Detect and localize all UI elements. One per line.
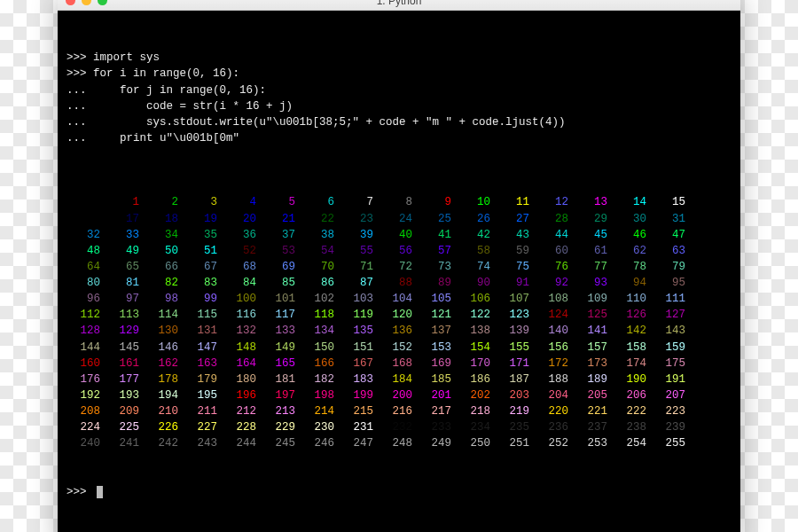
color-cell: 255 [652,435,691,451]
color-cell: 94 [613,275,652,291]
color-cell: 15 [652,194,691,210]
color-cell: 65 [106,259,145,275]
color-cell: 216 [379,403,418,419]
grid-row: 16171819202122232425262728293031 [66,211,732,227]
color-cell: 233 [418,419,457,435]
color-cell: 119 [340,307,379,323]
color-cell: 151 [340,340,379,356]
color-cell: 153 [418,340,457,356]
color-cell: 104 [379,291,418,307]
color-cell: 24 [379,211,418,227]
color-cell: 160 [66,356,106,372]
color-cell: 198 [301,387,340,403]
color-cell: 184 [379,372,418,387]
color-cell: 111 [652,291,691,307]
grid-row: 2082092102112122132142152162172182192202… [66,403,732,419]
color-cell: 23 [340,211,379,227]
color-cell: 221 [574,403,613,419]
color-cell: 86 [301,275,340,291]
color-cell: 43 [496,227,535,243]
color-cell: 50 [145,243,184,259]
color-cell: 125 [574,307,613,323]
color-cell: 89 [418,275,457,291]
color-cell: 155 [496,340,535,356]
color-cell: 152 [379,340,418,356]
color-cell: 97 [106,291,145,307]
color-cell: 121 [418,307,457,323]
color-cell: 41 [418,227,457,243]
color-cell: 16 [66,211,106,227]
color-cell: 169 [418,356,457,372]
color-cell: 170 [457,356,496,372]
code-block: >>> import sys>>> for i in range(0, 16):… [66,50,732,162]
color-cell: 219 [496,403,535,419]
terminal-body[interactable]: >>> import sys>>> for i in range(0, 16):… [58,11,740,532]
color-cell: 58 [457,243,496,259]
color-cell: 106 [457,291,496,307]
color-cell: 51 [184,243,223,259]
color-cell: 240 [66,435,106,451]
color-cell: 91 [496,275,535,291]
window-title: 1. Python [58,0,740,7]
color-cell: 249 [418,435,457,451]
color-cell: 92 [535,275,574,291]
color-cell: 7 [340,194,379,210]
color-cell: 57 [418,243,457,259]
color-cell: 5 [262,194,301,210]
color-cell: 242 [145,435,184,451]
color-cell: 29 [574,211,613,227]
color-cell: 226 [145,419,184,435]
color-cell: 28 [535,211,574,227]
prompt-row: >>> [66,484,732,500]
color-cell: 237 [574,419,613,435]
color-cell: 150 [301,340,340,356]
color-cell: 99 [184,291,223,307]
color-cell: 112 [66,307,106,323]
color-cell: 44 [535,227,574,243]
grid-row: 2242252262272282292302312322332342352362… [66,419,732,435]
color-cell: 137 [418,323,457,339]
color-cell: 128 [66,323,106,339]
color-cell: 207 [652,387,691,403]
color-cell: 217 [418,403,457,419]
color-cell: 74 [457,259,496,275]
color-cell: 34 [145,227,184,243]
color-cell: 180 [223,372,262,387]
color-cell: 64 [66,259,106,275]
color-cell: 116 [223,307,262,323]
color-cell: 98 [145,291,184,307]
color-cell: 69 [262,259,301,275]
color-cell: 188 [535,372,574,387]
color-cell: 200 [379,387,418,403]
color-cell: 47 [652,227,691,243]
color-cell: 38 [301,227,340,243]
color-cell: 108 [535,291,574,307]
color-cell: 90 [457,275,496,291]
color-cell: 148 [223,340,262,356]
color-cell: 163 [184,356,223,372]
color-cell: 228 [223,419,262,435]
color-cell: 209 [106,403,145,419]
grid-row: 32333435363738394041424344454647 [66,227,732,243]
color-cell: 31 [652,211,691,227]
color-cell: 36 [223,227,262,243]
color-cell: 103 [340,291,379,307]
color-cell: 247 [340,435,379,451]
color-cell: 147 [184,340,223,356]
color-grid: 0123456789101112131415161718192021222324… [66,194,732,451]
color-cell: 132 [223,323,262,339]
grid-row: 1921931941951961971981992002012022032042… [66,387,732,403]
color-cell: 168 [379,356,418,372]
color-cell: 203 [496,387,535,403]
color-cell: 192 [66,387,106,403]
color-cell: 146 [145,340,184,356]
color-cell: 227 [184,419,223,435]
color-cell: 48 [66,243,106,259]
color-cell: 158 [613,340,652,356]
color-cell: 178 [145,372,184,387]
color-cell: 117 [262,307,301,323]
color-cell: 75 [496,259,535,275]
color-cell: 66 [145,259,184,275]
color-cell: 220 [535,403,574,419]
color-cell: 46 [613,227,652,243]
